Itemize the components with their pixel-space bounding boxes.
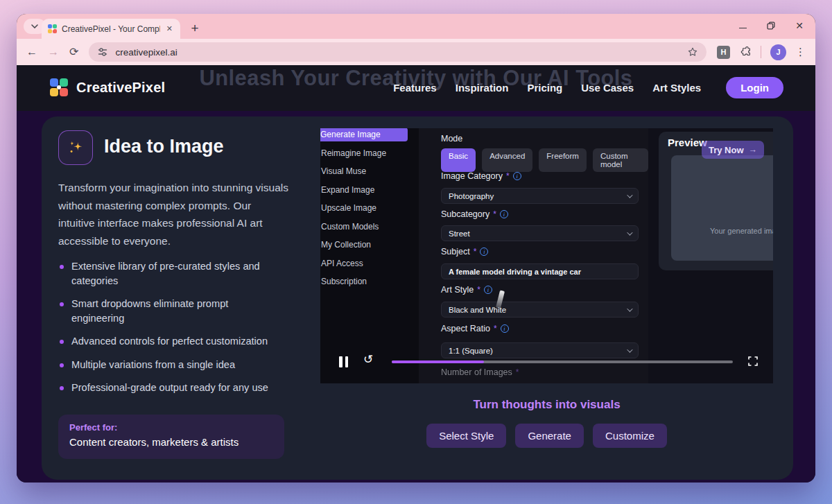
feature-title: Idea to Image bbox=[104, 136, 224, 157]
page-viewport: Unleash Your Creativity with Our AI Tool… bbox=[17, 65, 815, 483]
login-button[interactable]: Login bbox=[726, 77, 783, 98]
feature-bullets: Extensive library of pre-curated styles … bbox=[58, 259, 280, 404]
sparkles-icon bbox=[67, 139, 85, 157]
main-nav: Features Inspiration Pricing Use Cases A… bbox=[393, 77, 783, 98]
forward-icon[interactable]: → bbox=[48, 46, 59, 58]
sidebar-item-generate-image: Generate Image bbox=[320, 128, 419, 144]
subject-input: A female model driving a vintage car bbox=[441, 263, 639, 279]
sidebar-item-reimagine-image: Reimagine Image bbox=[320, 144, 419, 163]
required-asterisk: * bbox=[506, 171, 510, 181]
site-logo[interactable]: CreativePixel bbox=[50, 78, 165, 96]
site-header: CreativePixel Features Inspiration Prici… bbox=[50, 71, 783, 104]
demo-sidebar-list: Generate Image Reimagine Image Visual Mu… bbox=[320, 128, 419, 291]
cta-heading: Turn thoughts into visuals bbox=[320, 398, 773, 412]
feature-card: Idea to Image Transform your imagination… bbox=[42, 116, 793, 480]
customize-button[interactable]: Customize bbox=[593, 424, 667, 448]
select-style-button[interactable]: Select Style bbox=[426, 424, 506, 448]
browser-menu-icon[interactable]: ⋮ bbox=[795, 46, 806, 58]
address-bar[interactable]: creativepixel.ai bbox=[89, 42, 707, 62]
demo-preview: Preview Your generated imag bbox=[648, 128, 773, 383]
arrow-right-icon: → bbox=[749, 145, 758, 155]
sidebar-item-visual-muse: Visual Muse bbox=[320, 162, 419, 181]
generate-button[interactable]: Generate bbox=[515, 424, 584, 448]
demo-video[interactable]: Generate Image Reimagine Image Visual Mu… bbox=[320, 128, 773, 383]
perfect-for-box: Perfect for: Content creators, marketers… bbox=[58, 415, 284, 459]
number-of-images-label: Number of Images* bbox=[441, 367, 519, 377]
art-style-label: Art Style*i bbox=[441, 285, 492, 295]
subject-label: Subject*i bbox=[441, 247, 488, 257]
logo-grid-icon bbox=[50, 78, 68, 96]
demo-form: Mode Basic Advanced Freeform Custom mode… bbox=[419, 128, 648, 383]
pause-button[interactable] bbox=[339, 356, 348, 367]
info-icon: i bbox=[500, 210, 508, 218]
bookmark-star-icon[interactable] bbox=[687, 46, 698, 58]
nav-pricing[interactable]: Pricing bbox=[527, 82, 562, 94]
chevron-down-icon bbox=[627, 306, 632, 311]
reload-icon[interactable]: ⟳ bbox=[69, 46, 78, 58]
sidebar-item-api-access: API Access bbox=[320, 254, 419, 273]
feature-icon-box bbox=[58, 130, 93, 165]
image-category-select: Photography bbox=[441, 188, 639, 204]
mode-freeform: Freeform bbox=[539, 148, 587, 172]
sidebar-item-custom-models: Custom Models bbox=[320, 218, 419, 236]
nav-inspiration[interactable]: Inspiration bbox=[456, 82, 509, 94]
video-progress-fill bbox=[392, 360, 484, 363]
profile-avatar[interactable]: J bbox=[770, 44, 786, 60]
brand-name: CreativePixel bbox=[76, 80, 165, 96]
close-button[interactable]: ✕ bbox=[795, 21, 804, 31]
sidebar-item-my-collection: My Collection bbox=[320, 236, 419, 254]
preview-placeholder-text: Your generated imag bbox=[710, 227, 773, 235]
mode-basic: Basic bbox=[441, 148, 476, 172]
sidebar-item-expand-image: Expand Image bbox=[320, 181, 419, 200]
info-icon: i bbox=[513, 172, 521, 180]
replay-button[interactable]: ↺ bbox=[363, 352, 373, 367]
bullet-item: Smart dropdowns eliminate prompt enginee… bbox=[58, 297, 280, 325]
fullscreen-button[interactable] bbox=[748, 356, 758, 369]
browser-tab[interactable]: CreativePixel - Your Complete A ✕ bbox=[42, 19, 180, 39]
video-progress-bar[interactable] bbox=[392, 360, 733, 363]
subcategory-label: Subcategory*i bbox=[441, 209, 508, 219]
info-icon: i bbox=[484, 286, 492, 294]
cta-buttons: Select Style Generate Customize bbox=[320, 424, 773, 448]
nav-use-cases[interactable]: Use Cases bbox=[581, 82, 634, 94]
cta-section: Turn thoughts into visuals Select Style … bbox=[320, 398, 773, 448]
window-controls: ✕ bbox=[738, 14, 804, 37]
mode-custom-model: Custom model bbox=[593, 148, 648, 172]
mode-buttons: Basic Advanced Freeform Custom model bbox=[441, 148, 648, 172]
mode-label: Mode bbox=[441, 134, 462, 144]
extensions-puzzle-icon[interactable] bbox=[739, 46, 752, 58]
bullet-item: Extensive library of pre-curated styles … bbox=[58, 259, 280, 288]
required-asterisk: * bbox=[493, 209, 496, 219]
demo-sidebar: Generate Image Reimagine Image Visual Mu… bbox=[320, 128, 419, 383]
extension-h-icon[interactable]: H bbox=[717, 46, 730, 59]
site-settings-icon[interactable] bbox=[97, 46, 108, 58]
sidebar-item-subscription: Subscription bbox=[320, 272, 419, 291]
browser-window: CreativePixel - Your Complete A ✕ + ✕ ← … bbox=[17, 14, 815, 483]
restore-button[interactable] bbox=[766, 21, 776, 31]
minimize-button[interactable] bbox=[738, 21, 747, 31]
tab-strip: CreativePixel - Your Complete A ✕ + ✕ bbox=[17, 14, 815, 39]
browser-toolbar: ← → ⟳ creativepixel.ai H J ⋮ bbox=[17, 39, 815, 65]
chevron-down-icon bbox=[627, 229, 632, 235]
info-icon: i bbox=[480, 247, 488, 256]
toolbar-divider bbox=[761, 46, 761, 58]
bullet-item: Advanced controls for perfect customizat… bbox=[58, 334, 280, 349]
mode-advanced: Advanced bbox=[482, 148, 532, 172]
tab-title: CreativePixel - Your Complete A bbox=[62, 24, 160, 34]
preview-placeholder-box: Your generated imag bbox=[671, 155, 773, 261]
new-tab-button[interactable]: + bbox=[187, 21, 202, 36]
nav-features[interactable]: Features bbox=[393, 82, 437, 94]
required-asterisk: * bbox=[494, 324, 497, 333]
try-now-button[interactable]: Try Now→ bbox=[702, 141, 764, 159]
restore-icon bbox=[767, 21, 775, 30]
bullet-item: Multiple variations from a single idea bbox=[58, 358, 280, 372]
required-asterisk: * bbox=[477, 285, 480, 295]
chevron-down-icon bbox=[627, 192, 632, 198]
sidebar-item-upscale-image: Upscale Image bbox=[320, 199, 419, 218]
back-icon[interactable]: ← bbox=[26, 46, 37, 58]
art-style-select: Black and White bbox=[441, 302, 639, 318]
favicon bbox=[48, 24, 57, 33]
tab-close-icon[interactable]: ✕ bbox=[165, 24, 174, 33]
fullscreen-icon bbox=[748, 356, 758, 366]
nav-art-styles[interactable]: Art Styles bbox=[652, 82, 701, 94]
